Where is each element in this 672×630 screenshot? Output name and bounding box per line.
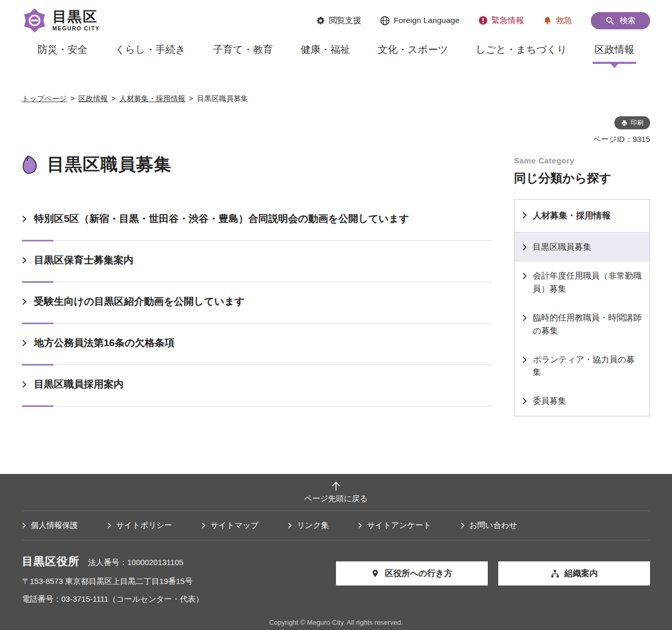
back-to-top-link[interactable]: ページ先頭に戻る	[304, 481, 367, 504]
topic-link-label: 目黒区保育士募集案内	[34, 253, 133, 267]
site-header: 目黒区 MEGURO CITY 閲覧支援 Foreign Language	[0, 0, 672, 41]
emergency-info-label: 緊急情報	[491, 15, 524, 26]
sidebar-item-iin-bosyu[interactable]: 委員募集	[514, 387, 649, 416]
chevron-right-icon	[22, 381, 27, 388]
chevron-right-icon	[522, 212, 527, 219]
content-area: 目黒区職員募集 特別区5区（新宿・目黒・世田谷・渋谷・豊島）合同説明会の動画を公…	[22, 153, 650, 474]
foreign-language-link[interactable]: Foreign Language	[380, 16, 460, 26]
breadcrumb-link-jinzai-bosyu[interactable]: 人材募集・採用情報	[119, 94, 185, 103]
nav-item-kusei-joho[interactable]: 区政情報	[595, 43, 634, 58]
nav-item-kenko-fukushi[interactable]: 健康・福祉	[300, 43, 350, 58]
footer-link-site-policy[interactable]: サイトポリシー	[107, 521, 172, 530]
topic-link-kekkaku-joko[interactable]: 地方公務員法第16条の欠格条項	[22, 336, 492, 350]
topic-link-saiyo-annai[interactable]: 目黒区職員採用案内	[22, 378, 492, 391]
topic-link-shokai-doga[interactable]: 受験生向けの目黒区紹介動画を公開しています	[22, 295, 492, 308]
sidebar-item-shokuin-bosyu-current[interactable]: 目黒区職員募集	[514, 233, 649, 262]
footer-link-label: サイトアンケート	[367, 521, 431, 530]
petal-icon	[22, 154, 39, 176]
bell-icon	[543, 16, 552, 25]
organization-button-label: 組織案内	[565, 568, 598, 579]
footer-link-privacy[interactable]: 個人情報保護	[22, 521, 78, 530]
nav-item-kusei-joho-label: 区政情報	[595, 44, 634, 55]
sidebar-same-category: Same Category 同じ分類から探す 人材募集・採用情報 目黒区職員募集…	[514, 153, 650, 416]
sidebar-eyebrow: Same Category	[514, 156, 650, 165]
topic-list-item: 特別区5区（新宿・目黒・世田谷・渋谷・豊島）合同説明会の動画を公開しています	[22, 200, 492, 241]
accessibility-support-label: 閲覧支援	[329, 15, 361, 26]
sidebar-item-jinzai-bosyu[interactable]: 人材募集・採用情報	[514, 200, 649, 233]
meguro-crest-icon	[22, 8, 47, 33]
emergency-info-link[interactable]: 緊急情報	[478, 15, 524, 26]
chevron-right-icon	[22, 339, 27, 347]
chevron-right-icon	[22, 257, 27, 264]
logo-text: 目黒区 MEGURO CITY	[52, 9, 100, 31]
footer-links: 個人情報保護 サイトポリシー サイトマップ リンク集 サイトアンケート お問い合…	[22, 511, 650, 540]
topic-link-hoikushi-bosyu[interactable]: 目黒区保育士募集案内	[22, 253, 492, 267]
logo-subtitle: MEGURO CITY	[52, 25, 100, 31]
search-button[interactable]: 検索	[591, 12, 650, 29]
footer-link-contact[interactable]: お問い合わせ	[461, 521, 517, 530]
rescue-link[interactable]: 救急	[543, 15, 572, 26]
copyright: Copyright © Meguro City. All rights rese…	[0, 604, 672, 630]
topic-list-item: 地方公務員法第16条の欠格条項	[22, 324, 492, 365]
nav-active-caret-icon	[611, 64, 618, 68]
chevron-right-icon	[522, 397, 527, 405]
chevron-right-icon	[22, 298, 27, 305]
footer-link-label: サイトマップ	[210, 521, 259, 530]
search-button-label: 検索	[620, 16, 635, 26]
directions-button[interactable]: 区役所への行き方	[336, 561, 488, 585]
sidebar-item-rinjiteki-ninyo[interactable]: 臨時的任用教職員・時間講師の募集	[514, 304, 649, 346]
breadcrumb-link-top[interactable]: トップページ	[22, 94, 67, 103]
nav-item-bousai-anzen[interactable]: 防災・安全	[38, 43, 87, 58]
topic-list-item: 目黒区職員採用案内	[22, 365, 492, 406]
chevron-right-icon	[22, 522, 26, 529]
print-button-label: 印刷	[631, 118, 643, 127]
sidebar-item-label: 臨時的任用教職員・時間講師の募集	[533, 312, 642, 338]
topic-link-godosetsumeikai[interactable]: 特別区5区（新宿・目黒・世田谷・渋谷・豊島）合同説明会の動画を公開しています	[22, 212, 492, 226]
office-name-row: 目黒区役所 法人番号：1000020131105	[22, 554, 204, 569]
rescue-label: 救急	[556, 15, 572, 26]
page-id: ページID：9315	[22, 135, 650, 145]
nav-item-bunka-sports[interactable]: 文化・スポーツ	[378, 43, 448, 58]
sidebar-item-label: 委員募集	[533, 395, 566, 408]
nav-item-kosodate-kyoiku[interactable]: 子育て・教育	[213, 43, 273, 58]
site-logo[interactable]: 目黒区 MEGURO CITY	[22, 8, 100, 33]
breadcrumb-separator: >	[111, 94, 116, 103]
breadcrumb-link-kusei-joho[interactable]: 区政情報	[79, 94, 108, 103]
utility-nav: 閲覧支援 Foreign Language 緊急情報 救急	[316, 12, 650, 29]
office-name: 目黒区役所	[22, 554, 80, 569]
back-to-top-label: ページ先頭に戻る	[304, 494, 367, 504]
sidebar-item-kaikeinendo-ninyo[interactable]: 会計年度任用職員（非常勤職員）募集	[514, 262, 649, 304]
chevron-right-icon	[358, 522, 362, 529]
gear-icon	[316, 16, 325, 25]
globe-icon	[380, 16, 390, 26]
footer-link-links[interactable]: リンク集	[288, 521, 329, 530]
chevron-right-icon	[522, 244, 527, 251]
topic-link-label: 受験生向けの目黒区紹介動画を公開しています	[34, 295, 245, 308]
print-button[interactable]: 印刷	[614, 116, 650, 129]
breadcrumb: トップページ>区政情報>人材募集・採用情報>目黒区職員募集	[22, 94, 650, 104]
sidebar-item-label: 会計年度任用職員（非常勤職員）募集	[533, 270, 642, 296]
nav-item-kurashi-tetsuzuki[interactable]: くらし・手続き	[115, 43, 186, 58]
chevron-right-icon	[461, 522, 465, 529]
sidebar-item-label: ボランティア・協力員の募集	[533, 353, 642, 380]
nav-item-shigoto-machizukuri[interactable]: しごと・まちづくり	[476, 43, 567, 58]
breadcrumb-current: 目黒区職員募集	[197, 94, 248, 103]
organization-button[interactable]: 組織案内	[498, 561, 650, 585]
chevron-right-icon	[201, 522, 206, 529]
breadcrumb-separator: >	[71, 94, 75, 103]
directions-button-label: 区役所への行き方	[385, 568, 452, 579]
main-nav: 防災・安全 くらし・手続き 子育て・教育 健康・福祉 文化・スポーツ しごと・ま…	[0, 41, 672, 69]
footer-buttons: 区役所への行き方 組織案内	[336, 561, 650, 585]
site-footer: ページ先頭に戻る 個人情報保護 サイトポリシー サイトマップ リンク集 サイトア…	[0, 474, 672, 630]
sidebar-item-volunteer[interactable]: ボランティア・協力員の募集	[514, 346, 649, 388]
footer-link-survey[interactable]: サイトアンケート	[358, 521, 431, 530]
sidebar-category-box: 人材募集・採用情報 目黒区職員募集 会計年度任用職員（非常勤職員）募集 臨時的任…	[514, 199, 650, 416]
footer-link-sitemap[interactable]: サイトマップ	[201, 521, 259, 530]
accessibility-support-link[interactable]: 閲覧支援	[316, 15, 361, 26]
back-to-top-section: ページ先頭に戻る	[0, 474, 672, 510]
office-info: 目黒区役所 法人番号：1000020131105 〒153-8573 東京都目黒…	[22, 554, 204, 604]
breadcrumb-separator: >	[189, 94, 193, 103]
sidebar-title: 同じ分類から探す	[514, 170, 650, 186]
office-phone: 電話番号：03-3715-1111（コールセンター・代表）	[22, 594, 204, 604]
footer-link-label: リンク集	[297, 521, 329, 530]
